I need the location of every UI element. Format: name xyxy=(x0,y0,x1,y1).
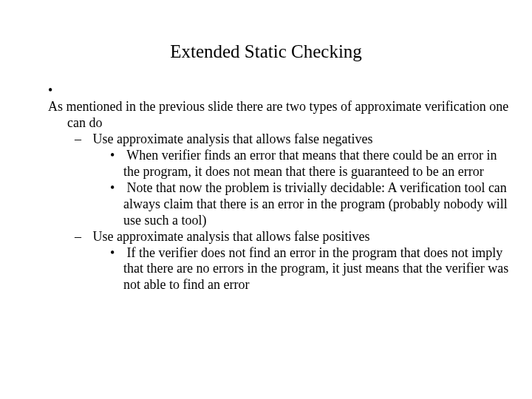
bullet-text: Use approximate analysis that allows fal… xyxy=(93,229,370,244)
bullet-text: As mentioned in the previous slide there… xyxy=(48,99,508,130)
bullet-list-lvl2: Use approximate analysis that allows fal… xyxy=(48,132,510,294)
bullet-text: Note that now the problem is trivially d… xyxy=(123,180,508,228)
bullet-text: Use approximate analysis that allows fal… xyxy=(93,132,373,146)
bullet-text: When verifier finds an error that means … xyxy=(123,148,497,179)
bullet-list-lvl3: If the verifier does not find an error i… xyxy=(89,245,510,294)
slide-body: As mentioned in the previous slide there… xyxy=(0,83,532,293)
bullet-text: If the verifier does not find an error i… xyxy=(123,245,508,293)
slide-title: Extended Static Checking xyxy=(0,0,532,83)
list-item: Use approximate analysis that allows fal… xyxy=(75,229,510,294)
list-item: If the verifier does not find an error i… xyxy=(110,245,510,294)
list-item: Note that now the problem is trivially d… xyxy=(110,180,510,229)
bullet-list-lvl3: When verifier finds an error that means … xyxy=(89,148,510,229)
slide: Extended Static Checking As mentioned in… xyxy=(0,0,532,399)
list-item: As mentioned in the previous slide there… xyxy=(48,83,510,293)
list-item: Use approximate analysis that allows fal… xyxy=(75,132,510,229)
list-item: When verifier finds an error that means … xyxy=(110,148,510,180)
bullet-list-lvl1: As mentioned in the previous slide there… xyxy=(48,83,510,293)
